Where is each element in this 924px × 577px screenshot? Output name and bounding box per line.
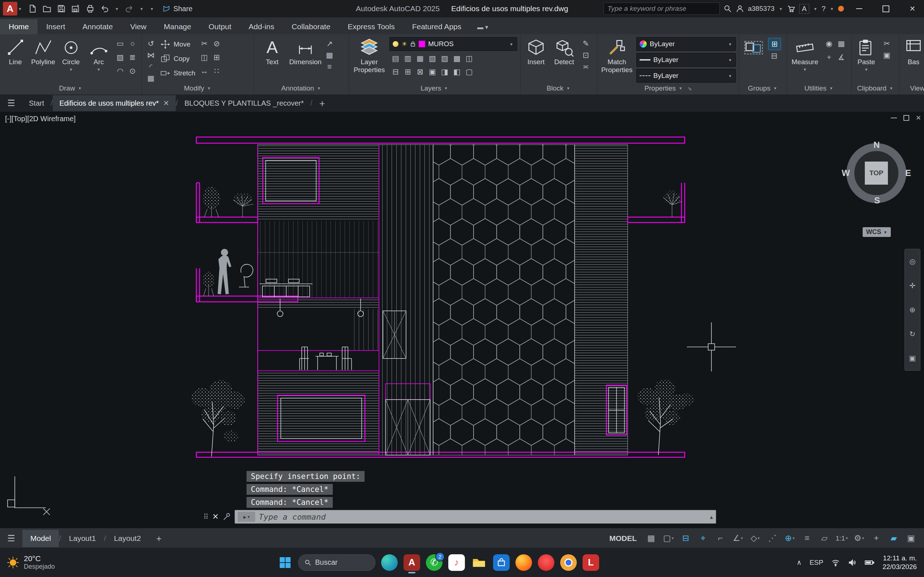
tab-featured-apps[interactable]: Featured Apps <box>404 19 470 34</box>
linetype-caret-icon[interactable]: ▾ <box>729 73 731 79</box>
text-button[interactable]: A Text <box>257 36 287 66</box>
tab-start[interactable]: Start <box>23 95 50 111</box>
layer-off-icon[interactable]: ▤ <box>389 53 402 64</box>
layer-match-icon[interactable]: ▨ <box>439 53 451 64</box>
battery-icon[interactable] <box>864 558 874 567</box>
insert-button[interactable]: Insert <box>523 36 549 66</box>
ungroup-icon[interactable]: ⊟ <box>768 50 780 62</box>
isometric-drafting-icon[interactable]: ◇▾ <box>747 531 763 546</box>
firefox-app-icon[interactable] <box>515 554 532 571</box>
tab-insert[interactable]: Insert <box>37 19 74 34</box>
viewcube-south[interactable]: S <box>874 195 880 206</box>
group-button[interactable] <box>742 36 765 57</box>
user-caret-icon[interactable]: ▾ <box>780 6 782 11</box>
line-button[interactable]: Line <box>3 36 28 66</box>
define-attribute-icon[interactable]: ≍ <box>580 61 592 73</box>
workspace-switching-icon[interactable]: ⚙▾ <box>851 531 867 546</box>
table-tool-icon[interactable]: ▦ <box>323 49 336 61</box>
undo-caret-icon[interactable]: ▾ <box>116 6 118 11</box>
save-as-icon[interactable] <box>71 4 81 13</box>
pan-icon[interactable]: ✛ <box>909 281 916 290</box>
showmotion-icon[interactable]: ▣ <box>909 354 916 363</box>
arc-button[interactable]: Arc▾ <box>86 36 111 72</box>
rotate-tool-icon[interactable]: ↺ <box>145 38 157 49</box>
cart-icon[interactable] <box>787 4 795 13</box>
clipboard-panel-label[interactable]: Clipboard▾ <box>852 82 899 94</box>
tab-layout1[interactable]: Layout1 <box>61 530 104 547</box>
linetype-combo[interactable]: ByLayer ▾ <box>636 69 736 82</box>
snap-mode-icon[interactable]: ▢▾ <box>661 531 677 546</box>
close-button[interactable]: ✕ <box>901 0 924 17</box>
help-caret-icon[interactable]: ▾ <box>830 6 833 11</box>
command-wrench-icon[interactable] <box>222 513 231 521</box>
tab-layout2[interactable]: Layout2 <box>106 530 149 547</box>
trim-tool-icon[interactable]: ✂ <box>198 38 210 49</box>
tab-annotate[interactable]: Annotate <box>74 19 122 34</box>
clock-widget[interactable]: 12:11 a. m. 22/03/2026 <box>882 554 917 571</box>
layer-prev-icon[interactable]: ▣ <box>426 66 439 77</box>
viewport-minimize-icon[interactable] <box>891 118 897 118</box>
undo-icon[interactable] <box>100 4 109 13</box>
color-combo-caret-icon[interactable]: ▾ <box>729 42 731 47</box>
layer-color-swatch[interactable] <box>419 41 425 47</box>
tab-addins[interactable]: Add-ins <box>240 19 283 34</box>
object-snap-tracking-icon[interactable]: ⋰ <box>764 531 780 546</box>
polar-tracking-icon[interactable]: ∠▾ <box>730 531 746 546</box>
layer-select-combo[interactable]: ☀ MUROS ▾ <box>389 37 517 51</box>
point-style-icon[interactable]: ∡ <box>835 52 848 63</box>
ellipse-tool-icon[interactable]: ○ <box>126 38 139 49</box>
copy-clip-icon[interactable]: ▣ <box>881 49 893 61</box>
lineweight-display-icon[interactable]: ≡ <box>799 531 815 546</box>
circle-button[interactable]: Circle▾ <box>58 36 83 72</box>
clean-screen-icon[interactable]: ▣ <box>903 531 919 546</box>
groups-panel-label[interactable]: Groups▾ <box>739 82 787 94</box>
start-button[interactable] <box>278 555 292 570</box>
tab-model[interactable]: Model <box>23 530 59 547</box>
ribbon-collapse-icon[interactable]: ▬ ▾ <box>473 20 492 34</box>
whatsapp-app-icon[interactable]: ✆ 2 <box>426 554 443 571</box>
dimension-button[interactable]: Dimension <box>290 36 320 66</box>
new-layout-icon[interactable]: ＋ <box>155 533 163 544</box>
username[interactable]: a385373 <box>748 5 775 13</box>
layer-unlock-icon[interactable]: ⊠ <box>414 66 426 77</box>
join-tool-icon[interactable]: ∷ <box>210 65 223 77</box>
paste-button[interactable]: Paste▾ <box>855 36 878 72</box>
l-app-icon[interactable]: L <box>583 554 599 571</box>
full-navigation-wheel-icon[interactable]: ◎ <box>909 257 915 266</box>
scale-tool-icon[interactable]: ⊞ <box>210 52 223 63</box>
help-search-input[interactable]: Type a keyword or phrase <box>604 3 720 15</box>
help-icon[interactable]: ? <box>822 5 825 13</box>
microsoft-store-app-icon[interactable] <box>493 554 510 571</box>
quick-select-icon[interactable]: + <box>823 52 835 63</box>
weather-widget[interactable]: 20°C Despejado <box>6 554 55 571</box>
transparency-icon[interactable]: ▱ <box>816 531 832 546</box>
tab-express-tools[interactable]: Express Tools <box>339 19 403 34</box>
measure-button[interactable]: Measure▾ <box>790 36 820 72</box>
grid-display-icon[interactable]: ▦ <box>643 531 659 546</box>
leader-tool-icon[interactable]: ↗ <box>323 38 336 49</box>
command-input[interactable]: ▸▾ Type a command ▴ <box>234 510 716 524</box>
orbit-icon[interactable]: ↻ <box>909 330 916 338</box>
apple-music-app-icon[interactable]: ♪ <box>448 554 465 571</box>
annotation-visibility-icon[interactable]: + <box>868 531 884 546</box>
match-properties-button[interactable]: Match Properties <box>600 36 633 74</box>
draw-panel-label[interactable]: Draw▾ <box>0 82 142 94</box>
model-space-badge[interactable]: MODEL <box>609 534 637 543</box>
command-bar-close-icon[interactable]: ✕ <box>212 512 219 521</box>
id-point-icon[interactable]: ◉ <box>823 38 835 49</box>
viewcube-east[interactable]: E <box>905 168 911 178</box>
viewport-close-icon[interactable]: ✕ <box>916 114 921 122</box>
viewcube-west[interactable]: W <box>842 168 850 178</box>
annotation-panel-label[interactable]: Annotation▾ <box>254 82 349 94</box>
viewcube-north[interactable]: N <box>874 140 880 150</box>
redo-icon[interactable] <box>124 4 134 13</box>
block-panel-label[interactable]: Block▾ <box>520 82 597 94</box>
plot-icon[interactable] <box>86 4 95 13</box>
quick-calc-icon[interactable]: ▦ <box>835 38 848 49</box>
qat-customize-caret-icon[interactable]: ▾ <box>151 6 153 11</box>
view-panel-label[interactable]: View▾ <box>900 82 924 94</box>
stretch-button[interactable]: Stretch <box>160 67 195 80</box>
cad-drawing[interactable]: .m1{stroke:#ff00ff;fill:none;stroke-widt… <box>0 112 924 528</box>
autocad-app[interactable]: A <box>404 554 420 571</box>
edge-app-icon[interactable] <box>381 554 398 571</box>
